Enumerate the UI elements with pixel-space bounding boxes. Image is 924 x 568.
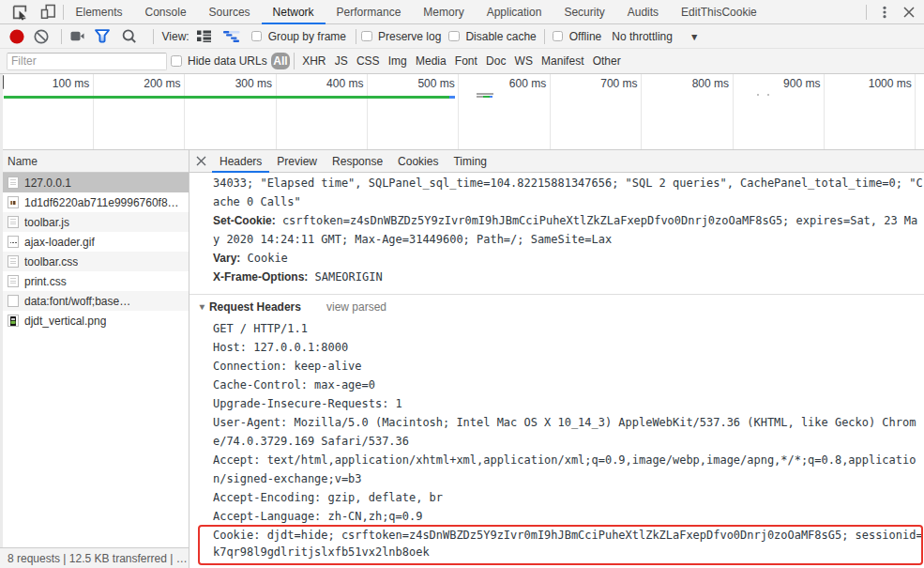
request-details-pane: HeadersPreviewResponseCookiesTiming 3403…: [189, 150, 924, 568]
detail-tab-cookies[interactable]: Cookies: [390, 150, 446, 172]
type-filter-other[interactable]: Other: [588, 53, 625, 69]
type-filter-css[interactable]: CSS: [352, 53, 384, 69]
overview-tick-label: 400 ms: [326, 77, 363, 90]
detail-tab-headers[interactable]: Headers: [212, 150, 269, 172]
type-filter-doc[interactable]: Doc: [481, 53, 510, 69]
main-tabs: ElementsConsoleSourcesNetworkPerformance…: [65, 0, 768, 23]
request-row-toolbar.js[interactable]: toolbar.js: [0, 212, 189, 232]
hide-data-urls-checkbox-group[interactable]: Hide data URLs: [171, 54, 267, 68]
request-header-line: Upgrade-Insecure-Requests: 1: [213, 394, 924, 413]
group-by-frame-label: Group by frame: [268, 30, 346, 43]
filter-icon[interactable]: [90, 25, 114, 48]
view-parsed-link[interactable]: view parsed: [326, 300, 386, 314]
type-filter-img[interactable]: Img: [384, 53, 411, 69]
request-row-toolbar.css[interactable]: toolbar.css: [0, 252, 189, 271]
main-tab-memory[interactable]: Memory: [412, 0, 475, 23]
detail-tab-response[interactable]: Response: [325, 150, 390, 172]
overview-request-bar: [4, 96, 449, 99]
dropdown-arrow-icon: ▼: [689, 31, 699, 42]
type-filter-font[interactable]: Font: [450, 53, 481, 69]
detail-tab-preview[interactable]: Preview: [269, 150, 325, 172]
clear-icon[interactable]: [29, 25, 53, 48]
main-tab-console[interactable]: Console: [134, 0, 198, 23]
type-filter-media[interactable]: Media: [411, 53, 450, 69]
preserve-log-checkbox-group[interactable]: Preserve log: [361, 30, 441, 43]
main-tab-elements[interactable]: Elements: [65, 0, 134, 23]
hide-data-urls-checkbox[interactable]: [171, 55, 182, 67]
request-name: 1d1df6220ab711e9996760f8…: [24, 196, 179, 209]
spacer: [545, 25, 547, 48]
request-row-print.css[interactable]: print.css: [0, 271, 189, 291]
main-tab-security[interactable]: Security: [553, 0, 615, 23]
request-headers-section-header[interactable]: ▼ Request Headers view parsed: [189, 295, 924, 318]
filter-separator: [294, 53, 295, 69]
offline-label: Offline: [569, 30, 601, 43]
overview-request-bar: [477, 93, 493, 95]
detail-tab-timing[interactable]: Timing: [446, 150, 494, 172]
request-name: data:font/woff;base…: [24, 295, 130, 308]
document-icon: [8, 216, 19, 229]
offline-checkbox[interactable]: [553, 31, 564, 42]
disable-cache-label: Disable cache: [465, 30, 536, 43]
disclosure-triangle-icon: ▼: [198, 302, 207, 312]
capture-screenshots-icon[interactable]: [66, 25, 90, 48]
inspect-element-icon[interactable]: [8, 0, 31, 23]
overview-gridline: [458, 74, 459, 149]
type-filter-all[interactable]: All: [271, 53, 290, 69]
type-filter-ws[interactable]: WS: [510, 53, 538, 69]
request-header-line: Connection: keep-alive: [213, 357, 924, 376]
overview-gridline: [93, 74, 94, 149]
throttling-select[interactable]: No throttling ▼: [612, 30, 699, 43]
request-row-data-font-woff-base-[interactable]: data:font/woff;base…: [0, 291, 189, 311]
disable-cache-checkbox-group[interactable]: Disable cache: [448, 30, 536, 43]
close-details-icon[interactable]: [189, 150, 212, 173]
main-tab-network[interactable]: Network: [262, 0, 326, 23]
type-filter-manifest[interactable]: Manifest: [538, 53, 589, 69]
disable-cache-checkbox[interactable]: [448, 31, 460, 42]
overview-request-bar: [477, 96, 483, 98]
header-name: X-Frame-Options:: [213, 270, 308, 284]
request-name: ajax-loader.gif: [24, 236, 95, 249]
main-tab-performance[interactable]: Performance: [326, 0, 413, 23]
request-name: toolbar.css: [24, 255, 78, 269]
close-devtools-icon[interactable]: [901, 0, 917, 23]
offline-checkbox-group[interactable]: Offline: [553, 30, 601, 43]
name-column-header[interactable]: Name: [0, 150, 189, 173]
request-row-127.0.0.1[interactable]: 127.0.0.1: [0, 173, 189, 192]
main-tab-editthiscookie[interactable]: EditThisCookie: [670, 0, 768, 23]
main-tab-sources[interactable]: Sources: [198, 0, 262, 23]
request-row-djdt-vertical.png[interactable]: djdt_vertical.png: [0, 311, 189, 330]
view-label: View:: [162, 30, 189, 43]
request-header-line: Cache-Control: max-age=0: [213, 376, 924, 394]
request-header-line: GET / HTTP/1.1: [213, 319, 924, 338]
toolbar-separator: [153, 29, 154, 44]
type-filter-js[interactable]: JS: [330, 53, 352, 69]
record-network-log-icon[interactable]: [5, 25, 29, 48]
request-row-1d1df6220ab711e9996760f8-[interactable]: 1d1df6220ab711e9996760f8…: [0, 192, 189, 212]
detail-tabs: HeadersPreviewResponseCookiesTiming: [212, 150, 494, 172]
request-header-line: Accept-Language: zh-CN,zh;q=0.9: [213, 507, 924, 526]
group-by-frame-checkbox[interactable]: [251, 31, 263, 42]
summary-text: 8 requests | 12.5 KB transferred | …: [8, 552, 188, 565]
devtools-main-tabbar: ElementsConsoleSourcesNetworkPerformance…: [0, 0, 924, 24]
filter-input[interactable]: [7, 53, 167, 70]
image-file-icon: [8, 236, 19, 249]
overview-tick-label: 500 ms: [417, 77, 454, 90]
request-name: print.css: [24, 275, 67, 288]
device-toolbar-icon[interactable]: [37, 0, 59, 23]
overview-tick-label: 300 ms: [235, 77, 272, 90]
main-tab-audits[interactable]: Audits: [616, 0, 670, 23]
search-icon[interactable]: [117, 25, 142, 48]
preserve-log-checkbox[interactable]: [361, 31, 372, 42]
details-tabbar: HeadersPreviewResponseCookiesTiming: [189, 150, 924, 173]
type-filter-xhr[interactable]: XHR: [298, 53, 331, 69]
network-toolbar: View: Group by frame Preserve log Disabl: [0, 24, 924, 49]
group-by-frame-checkbox-group[interactable]: Group by frame: [251, 30, 346, 43]
network-overview-timeline[interactable]: 100 ms200 ms300 ms400 ms500 ms600 ms700 …: [0, 74, 924, 150]
show-overview-icon[interactable]: [220, 25, 244, 48]
main-tab-application[interactable]: Application: [476, 0, 553, 23]
request-row-ajax-loader.gif[interactable]: ajax-loader.gif: [0, 232, 189, 252]
request-name: toolbar.js: [24, 216, 69, 229]
overflow-menu-icon[interactable]: [877, 0, 892, 23]
large-request-rows-icon[interactable]: [192, 25, 217, 48]
